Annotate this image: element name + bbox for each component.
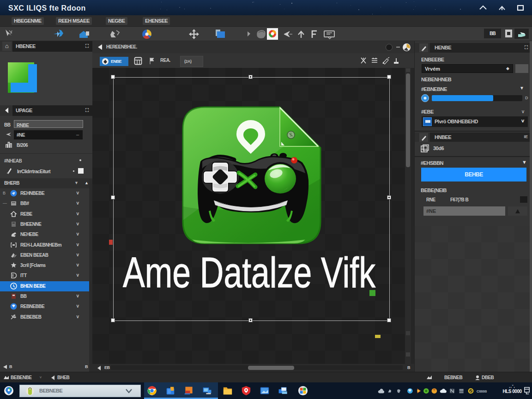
svg-text:C0000: C0000: [477, 389, 487, 393]
